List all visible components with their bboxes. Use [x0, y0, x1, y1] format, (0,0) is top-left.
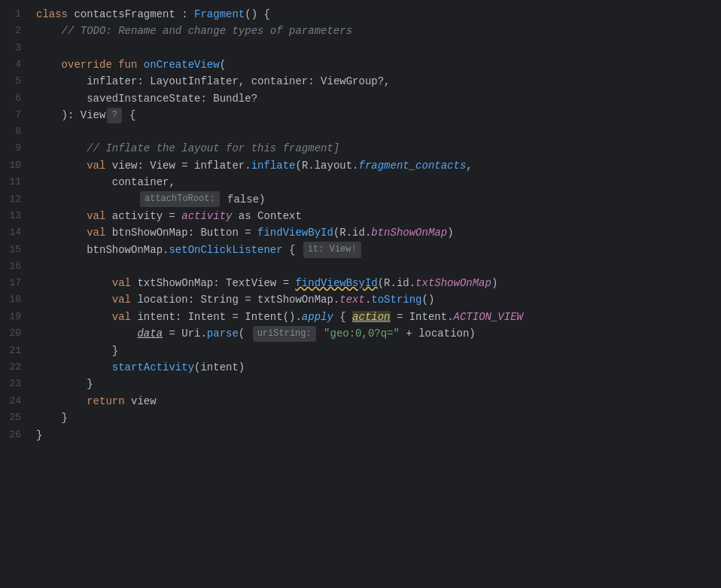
line-number: 26 [0, 427, 33, 443]
token-kw: val [36, 210, 112, 222]
code-line: 2 // TODO: Rename and change types of pa… [0, 23, 721, 39]
token-italic-underline: data [137, 328, 163, 340]
code-line: 11 container, [0, 174, 721, 190]
token-comment: // Inflate the layout for this fragment] [36, 142, 339, 154]
line-content: class contactsFragment : Fragment() { [33, 6, 721, 23]
line-content: inflater: LayoutInflater, container: Vie… [33, 73, 721, 90]
line-content: val intent: Intent = Intent().apply { ac… [33, 309, 721, 325]
token-white: ( [239, 328, 251, 340]
code-editor[interactable]: 1class contactsFragment : Fragment() {2 … [0, 0, 721, 588]
line-number: 19 [0, 309, 33, 325]
token-white: : [181, 8, 194, 20]
line-number: 14 [0, 224, 33, 241]
token-white: activity = [112, 210, 181, 222]
line-number: 17 [0, 275, 33, 291]
line-content: return view [33, 393, 721, 410]
token-italic-fn: fragment_contacts [359, 160, 467, 172]
token-white: , [466, 160, 472, 172]
token-italic-fn: apply [302, 311, 333, 323]
code-line: 15 btnShowOnMap.setOnClickListener { it:… [0, 242, 721, 258]
token-white: (intent) [194, 361, 245, 373]
line-number: 10 [0, 157, 33, 174]
line-content: } [33, 427, 721, 443]
code-line: 23 } [0, 376, 721, 392]
line-number: 12 [0, 191, 33, 208]
line-number: 3 [0, 40, 33, 56]
hint-box: uriString: [253, 326, 316, 342]
line-number: 16 [0, 258, 33, 275]
code-line: 19 val intent: Intent = Intent().apply {… [0, 309, 721, 325]
code-line: 9 // Inflate the layout for this fragmen… [0, 140, 721, 157]
line-number: 15 [0, 242, 33, 258]
line-content: btnShowOnMap.setOnClickListener { it: Vi… [33, 242, 721, 258]
token-kw: val [36, 160, 112, 172]
token-white: = Uri. [163, 328, 207, 340]
line-number: 22 [0, 359, 33, 376]
token-white: view [131, 395, 157, 407]
hint-box: attachToRoot: [140, 191, 220, 207]
line-content: container, [33, 174, 721, 190]
line-content: override fun onCreateView( [33, 56, 721, 73]
line-number: 2 [0, 23, 33, 39]
token-comment: // TODO: Rename and change types of para… [36, 25, 352, 37]
line-number: 4 [0, 56, 33, 73]
token-italic-field: btnShowOnMap [371, 227, 447, 239]
code-line: 25 } [0, 410, 721, 426]
token-white: LayoutInflater, container: [150, 75, 321, 87]
line-content: savedInstanceState: Bundle? [33, 90, 721, 107]
code-line: 21 } [0, 343, 721, 359]
token-white: View [81, 109, 106, 121]
token-string: "geo:0,0?q=" [324, 328, 400, 340]
token-fn: parse [207, 328, 239, 340]
line-content: // Inflate the layout for this fragment] [33, 140, 721, 157]
token-white: view: View = inflater. [112, 160, 251, 172]
token-white: } [36, 412, 68, 424]
token-white: container, [36, 176, 175, 188]
token-italic-field: ACTION_VIEW [454, 311, 523, 323]
line-number: 8 [0, 123, 33, 140]
token-white: savedInstanceState: [36, 93, 213, 105]
token-white: Bundle? [213, 93, 257, 105]
token-fn: onCreateView [144, 59, 220, 71]
line-content: } [33, 343, 721, 359]
line-number: 13 [0, 208, 33, 224]
token-white: () { [245, 8, 270, 20]
token-white: { [283, 244, 302, 256]
line-content: } [33, 376, 721, 392]
token-white: contactsFragment [74, 8, 181, 20]
code-line: 22 startActivity(intent) [0, 359, 721, 376]
token-white: inflater: [36, 75, 150, 87]
token-white: txtShowOnMap: TextView = [137, 277, 295, 289]
code-line: 3 [0, 40, 721, 56]
code-line: 5 inflater: LayoutInflater, container: V… [0, 73, 721, 90]
line-content: val btnShowOnMap: Button = findViewById(… [33, 224, 721, 241]
line-number: 7 [0, 107, 33, 123]
token-italic-field: text [339, 294, 365, 306]
token-white: } [36, 429, 42, 441]
token-fn: setOnClickListener [169, 244, 282, 256]
token-fn: findViewBsyId [295, 277, 377, 289]
token-white [318, 328, 324, 340]
token-white: as Context [232, 210, 301, 222]
hint-box: ? [107, 108, 121, 123]
token-kw: val [36, 294, 137, 306]
token-kw: class [36, 8, 74, 20]
token-white: ViewGroup?, [321, 75, 390, 87]
line-content: data = Uri.parse( uriString: "geo:0,0?q=… [33, 325, 721, 342]
line-number: 9 [0, 140, 33, 157]
token-white: ( [220, 59, 226, 71]
line-content: attachToRoot: false) [33, 191, 721, 208]
line-content: ): View? { [33, 107, 721, 123]
token-kw: return [36, 395, 131, 407]
line-number: 11 [0, 174, 33, 190]
hint-box: it: View! [303, 242, 361, 257]
token-white: ): [36, 109, 81, 121]
code-line: 10 val view: View = inflater.inflate(R.l… [0, 157, 721, 174]
code-line: 18 val location: String = txtShowOnMap.t… [0, 291, 721, 308]
line-number: 21 [0, 343, 33, 359]
token-white: btnShowOnMap: Button = [112, 227, 257, 239]
line-number: 1 [0, 6, 33, 23]
line-number: 20 [0, 325, 33, 342]
line-content: val txtShowOnMap: TextView = findViewBsy… [33, 275, 721, 291]
code-line: 4 override fun onCreateView( [0, 56, 721, 73]
